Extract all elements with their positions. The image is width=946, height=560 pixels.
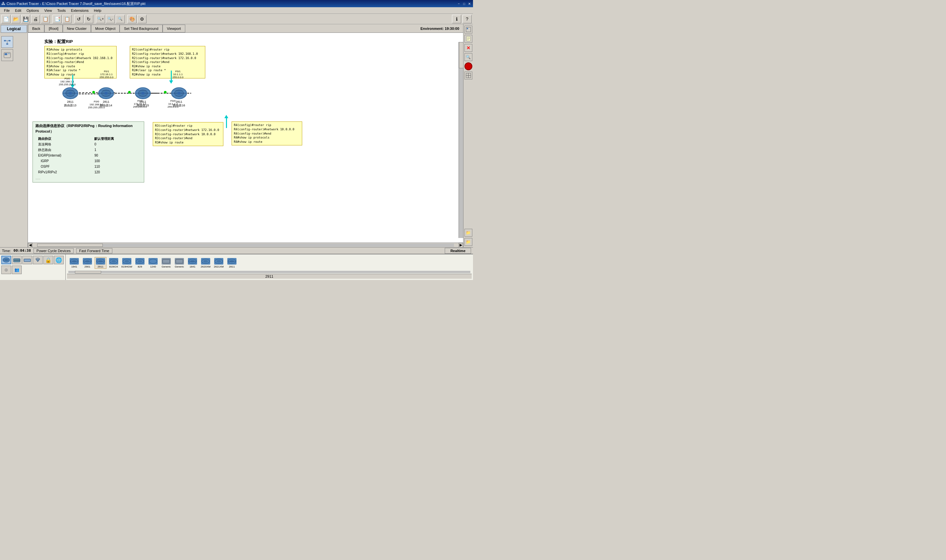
- viewport-button[interactable]: Viewport: [163, 25, 185, 32]
- device-829[interactable]: 829: [134, 257, 146, 269]
- row-static-value: 1: [92, 147, 141, 152]
- menu-tools[interactable]: Tools: [54, 8, 68, 13]
- h-scroll-left[interactable]: ◀: [28, 243, 32, 248]
- category-security[interactable]: 🔒: [43, 256, 53, 264]
- toolbar: 📄 📂 💾 🖨 📋 📑 📋 ↺ ↻ 🔍+ 🔍- 🔍 🎨 ⚙ ℹ ?: [0, 14, 473, 24]
- back-button[interactable]: Back: [28, 25, 44, 32]
- open-button[interactable]: 📂: [11, 15, 20, 23]
- svg-point-13: [69, 92, 72, 95]
- device-1240-label: 1240: [150, 265, 156, 268]
- svg-point-34: [177, 92, 181, 95]
- logical-view-icon[interactable]: [1, 36, 13, 48]
- move-object-button[interactable]: Move Object: [91, 25, 120, 32]
- pdu-tool[interactable]: [464, 62, 472, 70]
- network-canvas[interactable]: 实验：配置RIP R1#show ip protocolsR1(config)#…: [28, 33, 463, 243]
- zoom-fit-button[interactable]: 🔍: [116, 15, 125, 23]
- row-static-protocol: 静态路由: [35, 147, 92, 152]
- category-routers[interactable]: [1, 256, 11, 264]
- svg-point-20: [105, 92, 108, 95]
- minimize-button[interactable]: −: [456, 1, 461, 6]
- root-button[interactable]: [Root]: [44, 25, 62, 32]
- r15-port-mask: 255.255.0.0: [133, 105, 147, 108]
- close-button[interactable]: ✕: [467, 1, 472, 6]
- device-scrollbar[interactable]: [68, 271, 470, 273]
- router-13-label: 2811路由器13: [64, 100, 76, 108]
- device-1240[interactable]: 1240: [147, 257, 159, 269]
- copy-button[interactable]: 📑: [52, 15, 62, 23]
- device-2621xm[interactable]: 2621XM: [213, 257, 225, 269]
- canvas-toolbar: Back [Root] New Cluster Move Object Set …: [28, 24, 463, 33]
- device-1841[interactable]: 1841: [186, 257, 199, 269]
- device-2901[interactable]: 2901: [82, 257, 93, 269]
- router-16[interactable]: F0/1 10.1.1.1 255.0.0.0 F0/0 10.1.1.2 25…: [171, 87, 187, 108]
- logical-tab[interactable]: Logical: [1, 25, 27, 33]
- category-wireless[interactable]: [33, 256, 43, 264]
- set-tiled-bg-button[interactable]: Set Tiled Background: [120, 25, 163, 32]
- undo-button[interactable]: ↺: [74, 15, 83, 23]
- folder-tool2[interactable]: 📁: [464, 238, 472, 246]
- v-scroll-thumb[interactable]: [459, 42, 464, 68]
- router-13[interactable]: F0/0 192.168.1.1 255.255.255.0 2811路由器13: [62, 87, 79, 108]
- redo-button[interactable]: ↻: [84, 15, 93, 23]
- custom-button[interactable]: ⚙: [137, 15, 146, 23]
- select-tool[interactable]: [464, 26, 472, 34]
- note-tool[interactable]: [464, 35, 472, 43]
- router-14[interactable]: F0/1 172.16.1.1 255.255.0.0 F0/0 192.168…: [98, 87, 114, 108]
- category-hubs[interactable]: [22, 256, 32, 264]
- folder-tool1[interactable]: 📁: [464, 229, 472, 237]
- r14-port-top-mask: 255.255.0.0: [100, 76, 113, 79]
- paste-button[interactable]: 📋: [62, 15, 72, 23]
- h-scroll-right[interactable]: ▶: [459, 243, 463, 248]
- realtime-button[interactable]: Realtime: [445, 248, 471, 254]
- cluster-tool[interactable]: [464, 72, 472, 80]
- horizontal-scrollbar[interactable]: ◀ ▶: [28, 243, 463, 247]
- physical-view-icon[interactable]: [1, 49, 13, 61]
- zoom-in-button[interactable]: 🔍+: [96, 15, 105, 23]
- device-2811[interactable]: 2811: [226, 257, 238, 269]
- save-button[interactable]: 💾: [21, 15, 30, 23]
- info-button[interactable]: ℹ: [452, 15, 461, 23]
- category-custom[interactable]: ⊕: [1, 266, 11, 274]
- new-cluster-button[interactable]: New Cluster: [63, 25, 91, 32]
- row-eigrp-protocol: EIGRP(internal): [35, 152, 92, 158]
- device-2620xm[interactable]: 2620XM: [200, 257, 211, 269]
- menu-view[interactable]: View: [42, 8, 55, 13]
- power-cycle-button[interactable]: Power Cycle Devices: [34, 248, 74, 254]
- device-generic1[interactable]: Generic: [160, 257, 172, 269]
- svg-point-70: [138, 260, 142, 263]
- h-scroll-thumb[interactable]: [37, 243, 103, 247]
- category-wan[interactable]: 🌐: [54, 256, 64, 264]
- svg-rect-73: [176, 259, 183, 263]
- category-switches[interactable]: [12, 256, 22, 264]
- menu-extensions[interactable]: Extensions: [68, 8, 91, 13]
- device-generic2[interactable]: Generic: [173, 257, 185, 269]
- row-ospf-protocol: OSPF: [35, 164, 92, 169]
- help-button[interactable]: ?: [462, 15, 472, 23]
- r16-port-bot-ip: 10.1.1.2: [168, 102, 178, 105]
- maximize-button[interactable]: □: [462, 1, 467, 6]
- inspect-tool[interactable]: 🔍: [464, 53, 472, 61]
- router-15[interactable]: F0/0 172.16.1.2 255.255.0.0 2811路由器15: [135, 87, 151, 108]
- device-1941[interactable]: 1941: [68, 257, 80, 269]
- svg-point-66: [111, 260, 116, 263]
- r16-port-top-ip: 10.1.1.1: [173, 73, 183, 76]
- delete-tool[interactable]: ✕: [464, 44, 472, 52]
- device-819hgw[interactable]: 819HGW: [121, 257, 133, 269]
- row-direct-protocol: 直连网络: [35, 142, 92, 147]
- fast-forward-button[interactable]: Fast Forward Time: [76, 248, 112, 254]
- device-2911[interactable]: 2911: [95, 257, 106, 269]
- new-button[interactable]: 📄: [1, 15, 11, 23]
- menu-help[interactable]: Help: [91, 8, 104, 13]
- device-2911-label: 2911: [97, 265, 103, 268]
- palette-button[interactable]: 🎨: [128, 15, 137, 23]
- device-819iox[interactable]: 819IOX: [108, 257, 120, 269]
- menu-edit[interactable]: Edit: [12, 8, 24, 13]
- category-multiuser[interactable]: 👥: [12, 266, 22, 274]
- dev-scroll-thumb[interactable]: [75, 271, 101, 274]
- print-button[interactable]: 🖨: [31, 15, 40, 23]
- print-preview-button[interactable]: 📋: [41, 15, 50, 23]
- menu-options[interactable]: Options: [24, 8, 42, 13]
- zoom-out-button[interactable]: 🔍-: [106, 15, 115, 23]
- vertical-scrollbar[interactable]: [459, 42, 463, 238]
- menu-file[interactable]: File: [1, 8, 12, 13]
